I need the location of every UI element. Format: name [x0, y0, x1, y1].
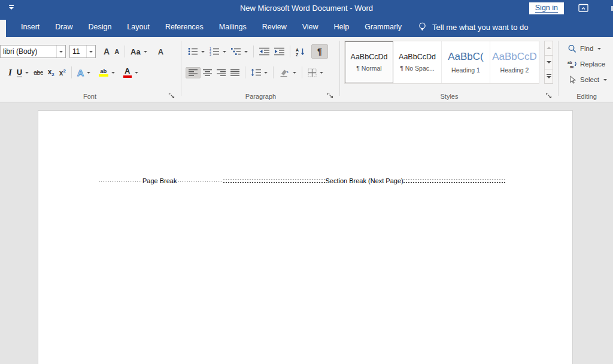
justify-button[interactable]: [228, 68, 242, 78]
sort-button[interactable]: AZ: [293, 46, 308, 57]
svg-text:Z: Z: [296, 52, 299, 56]
svg-text:ac: ac: [570, 65, 575, 69]
bullets-button[interactable]: [186, 46, 207, 57]
sort-icon: AZ: [296, 47, 305, 56]
tab-view[interactable]: View: [295, 17, 326, 37]
divider: [302, 66, 302, 78]
divider: [245, 66, 245, 78]
paragraph-group-label: Paragraph: [183, 93, 338, 100]
underline-dropdown-icon: [25, 72, 29, 74]
multilevel-list-icon: [231, 47, 241, 56]
window-title: New Microsoft Word Document - Word: [0, 0, 613, 17]
tab-review[interactable]: Review: [254, 17, 295, 37]
align-center-icon: [203, 69, 212, 77]
italic-button[interactable]: I: [6, 66, 14, 79]
divider: [71, 66, 72, 78]
tab-design[interactable]: Design: [80, 17, 119, 37]
grow-font-button[interactable]: A: [101, 46, 112, 57]
document-page[interactable]: Page Break Section Break (Next Page): [38, 110, 573, 364]
tab-grammarly[interactable]: Grammarly: [357, 17, 409, 37]
borders-button[interactable]: [305, 67, 326, 78]
style-card-heading1[interactable]: AaBbC( Heading 1: [442, 41, 490, 83]
search-icon: [568, 44, 577, 53]
decrease-indent-button[interactable]: [257, 46, 272, 57]
tell-me-label: Tell me what you want to do: [432, 23, 528, 32]
numbering-button[interactable]: 123: [207, 46, 229, 57]
tab-list: Insert Draw Design Layout References Mai…: [13, 17, 409, 37]
superscript-button[interactable]: x2: [57, 67, 68, 78]
multilevel-list-button[interactable]: [229, 46, 250, 57]
style-card-heading2[interactable]: AaBbCcD Heading 2: [490, 41, 539, 83]
replace-button[interactable]: abac Replace: [568, 57, 605, 71]
align-right-icon: [217, 69, 226, 77]
paragraph-dialog-launcher[interactable]: [327, 92, 333, 99]
justify-icon: [230, 69, 239, 77]
show-formatting-marks-button[interactable]: ¶: [311, 44, 328, 59]
svg-text:3: 3: [210, 53, 211, 56]
align-center-button[interactable]: [201, 68, 214, 78]
tab-mailings[interactable]: Mailings: [211, 17, 254, 37]
change-case-button[interactable]: Aa: [128, 46, 150, 57]
line-spacing-icon: [251, 68, 261, 77]
page-break-leader-dots: [99, 181, 142, 181]
align-left-icon: [189, 69, 198, 77]
styles-gallery-more-button[interactable]: [544, 69, 553, 84]
word-window: New Microsoft Word Document - Word Sign …: [0, 0, 613, 364]
styles-scroll-up-button[interactable]: [544, 41, 553, 56]
borders-icon: [308, 68, 317, 77]
style-card-normal[interactable]: AaBbCcDd ¶ Normal: [345, 41, 393, 83]
group-divider: [558, 41, 559, 96]
sign-in-button[interactable]: Sign in: [529, 2, 564, 14]
tab-draw[interactable]: Draw: [47, 17, 80, 37]
font-color-button[interactable]: A: [121, 66, 141, 79]
ribbon-display-options-icon[interactable]: [578, 4, 589, 13]
underline-button[interactable]: U: [14, 66, 31, 78]
font-size-dropdown-icon[interactable]: [86, 46, 95, 57]
highlight-icon: ab: [99, 68, 108, 77]
font-dialog-launcher[interactable]: [168, 92, 175, 99]
find-button[interactable]: Find: [568, 42, 601, 55]
styles-dialog-launcher[interactable]: [545, 92, 552, 99]
font-name-dropdown-icon[interactable]: [56, 46, 65, 57]
font-group-label: Font: [0, 93, 180, 100]
numbering-icon: 123: [210, 47, 220, 56]
page-break-trailer-dots: [177, 181, 223, 181]
pilcrow-icon: ¶: [314, 46, 325, 57]
multilevel-dropdown-icon: [244, 51, 248, 53]
align-left-button[interactable]: [186, 67, 201, 78]
tab-home-partial[interactable]: [0, 20, 6, 37]
text-effects-button[interactable]: A: [75, 66, 93, 79]
lightbulb-icon: [418, 22, 427, 32]
font-size-combo[interactable]: 11: [69, 45, 96, 58]
tab-layout[interactable]: Layout: [119, 17, 157, 37]
divider: [273, 66, 274, 78]
shrink-font-button[interactable]: A: [112, 47, 122, 56]
line-spacing-button[interactable]: [248, 67, 270, 78]
tab-references[interactable]: References: [157, 17, 211, 37]
tab-insert[interactable]: Insert: [13, 17, 47, 37]
select-button[interactable]: Select: [568, 73, 607, 86]
group-divider: [339, 41, 340, 96]
shading-button[interactable]: [277, 67, 299, 78]
tab-help[interactable]: Help: [326, 17, 357, 37]
svg-text:ab: ab: [568, 60, 572, 64]
replace-icon: abac: [568, 60, 577, 69]
bullets-icon: [188, 47, 198, 56]
clear-formatting-button[interactable]: A: [156, 46, 166, 57]
gallery-more-icon: [547, 76, 551, 78]
select-dropdown-icon: [603, 79, 607, 81]
styles-gallery-scrollbar: [544, 41, 553, 84]
styles-scroll-down-button[interactable]: [544, 56, 553, 70]
editing-group-label: Editing: [562, 93, 612, 100]
text-highlight-button[interactable]: ab: [96, 67, 117, 78]
increase-indent-button[interactable]: [272, 46, 287, 57]
line-spacing-dropdown-icon: [264, 72, 268, 74]
shading-icon: [279, 68, 290, 77]
font-name-combo[interactable]: libri (Body): [0, 45, 66, 58]
subscript-button[interactable]: x2: [45, 66, 57, 78]
align-right-button[interactable]: [214, 68, 228, 78]
style-card-no-spacing[interactable]: AaBbCcDd ¶ No Spac...: [393, 41, 442, 83]
document-workspace: Page Break Section Break (Next Page): [0, 103, 613, 364]
strikethrough-button[interactable]: abc: [31, 68, 45, 77]
tell-me-box[interactable]: Tell me what you want to do: [418, 17, 528, 37]
